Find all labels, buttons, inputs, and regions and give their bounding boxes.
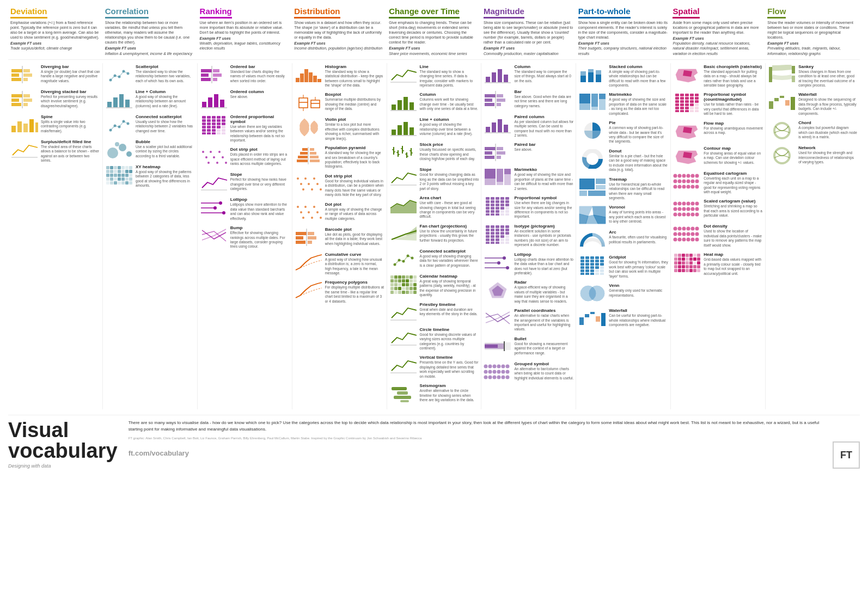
chart-desc: Generally only used for schematic repres… (609, 288, 668, 298)
svg-rect-407 (580, 273, 584, 275)
chart-desc: For showing areas of equal value on a ma… (704, 151, 763, 165)
cat-example-correlation: Example FT usesInflation & unemployment,… (105, 46, 195, 56)
chart-thumb (578, 283, 607, 304)
svg-point-367 (497, 364, 501, 368)
svg-rect-468 (695, 110, 699, 112)
chart-desc: Good for showing % information, they wor… (609, 260, 668, 279)
svg-rect-57 (118, 177, 121, 181)
chart-item: Arc A favourite, often used for visualis… (578, 230, 668, 250)
svg-rect-78 (213, 73, 222, 77)
svg-rect-442 (675, 103, 679, 106)
svg-rect-282 (497, 169, 503, 182)
svg-rect-100 (212, 122, 216, 125)
chart-info: Equalised cartogram Converting each unit… (704, 171, 763, 195)
ft-url[interactable]: ft.com/vocabulary (129, 445, 822, 460)
chart-name: Population pyramid (325, 145, 384, 150)
chart-info: Connected scatterplot A good way of show… (420, 249, 479, 268)
chart-desc: A good way of showing the relationship o… (420, 122, 479, 136)
svg-rect-64 (125, 166, 129, 169)
svg-rect-548 (693, 254, 696, 257)
svg-point-493 (682, 202, 686, 206)
svg-point-501 (691, 213, 695, 217)
chart-desc: A good way of showing the patterns betwe… (136, 170, 195, 188)
chart-info: Column The standard way to compare the s… (514, 64, 573, 83)
svg-point-34 (126, 122, 129, 125)
svg-rect-305 (500, 200, 504, 203)
chart-thumb (105, 89, 133, 110)
svg-rect-9 (11, 103, 21, 106)
svg-rect-528 (678, 254, 681, 257)
svg-marker-206 (390, 200, 417, 213)
svg-point-371 (502, 370, 505, 373)
svg-point-118 (207, 162, 210, 164)
svg-rect-287 (486, 200, 490, 203)
svg-rect-303 (496, 213, 499, 216)
svg-point-497 (687, 207, 690, 211)
svg-rect-73 (129, 181, 132, 185)
svg-point-478 (687, 174, 690, 177)
svg-rect-111 (222, 119, 225, 122)
cat-example-magnitude: Example FT usesCommodity production, mas… (484, 46, 574, 56)
svg-point-507 (674, 238, 677, 242)
chart-name: Slope (420, 167, 479, 172)
chart-item: Frequency polygons For displaying multip… (295, 280, 384, 304)
svg-rect-11 (23, 99, 32, 102)
svg-rect-431 (600, 273, 604, 275)
svg-rect-246 (413, 283, 417, 286)
svg-point-433 (589, 286, 604, 301)
svg-rect-335 (500, 229, 504, 231)
svg-rect-174 (296, 241, 305, 244)
chart-name: Bullet (514, 336, 573, 341)
svg-rect-241 (409, 283, 413, 286)
svg-point-480 (687, 185, 690, 188)
svg-point-154 (297, 177, 299, 180)
cat-desc-magnitude: Show size comparisons. These can be rela… (484, 20, 574, 45)
chart-info: Circle timeline Good for showing discret… (420, 327, 479, 351)
chart-name: Ordered proportional symbol (230, 114, 290, 124)
svg-rect-62 (121, 177, 125, 181)
svg-rect-467 (695, 107, 699, 109)
svg-rect-396 (588, 191, 606, 196)
chart-info: Heat map Grid-based data values mapped w… (704, 252, 763, 276)
svg-rect-293 (491, 200, 494, 203)
svg-rect-238 (406, 291, 409, 294)
svg-rect-262 (485, 99, 492, 102)
svg-rect-523 (674, 254, 677, 257)
chart-name: Slope (230, 172, 290, 177)
svg-rect-541 (686, 265, 689, 268)
svg-point-473 (678, 179, 682, 183)
svg-rect-66 (125, 174, 129, 177)
svg-rect-439 (675, 94, 679, 96)
chart-item: Slope Good for showing changing data as … (389, 167, 479, 191)
svg-point-120 (213, 156, 215, 158)
svg-rect-328 (496, 225, 499, 228)
chart-desc: A simple way of showing part-to-whole re… (609, 70, 668, 88)
svg-rect-302 (496, 210, 499, 213)
chart-desc: The standard way to compare the size of … (514, 70, 573, 83)
svg-rect-553 (697, 254, 700, 257)
chart-info: Radar A space-efficient way of showing v… (514, 280, 573, 304)
chart-desc: Grid-based data values mapped with a pri… (704, 257, 763, 276)
svg-rect-343 (505, 235, 509, 238)
chart-thumb (768, 64, 796, 85)
svg-rect-536 (682, 265, 685, 268)
cat-desc-deviation: Emphasise variations (+/-) from a fixed … (10, 20, 101, 40)
chart-name: Pie (609, 120, 668, 125)
svg-rect-285 (504, 174, 511, 185)
chart-thumb (578, 205, 607, 225)
svg-point-479 (687, 179, 690, 183)
chart-info: Dot strip plot Dots placed in order into… (230, 147, 290, 166)
svg-rect-258 (498, 69, 502, 82)
chart-name: Diverging stacked bar (41, 89, 100, 94)
chart-name: Sankey (798, 64, 858, 69)
chart-name: Radar (514, 280, 573, 285)
chart-thumb (295, 227, 323, 248)
svg-point-486 (695, 185, 699, 188)
chart-name: Contour map (704, 146, 763, 151)
svg-rect-326 (491, 238, 494, 241)
svg-point-372 (502, 375, 505, 379)
chart-name: Dot strip plot (230, 147, 290, 152)
svg-rect-147 (300, 152, 308, 155)
svg-rect-436 (590, 312, 595, 314)
svg-rect-56 (118, 174, 121, 177)
